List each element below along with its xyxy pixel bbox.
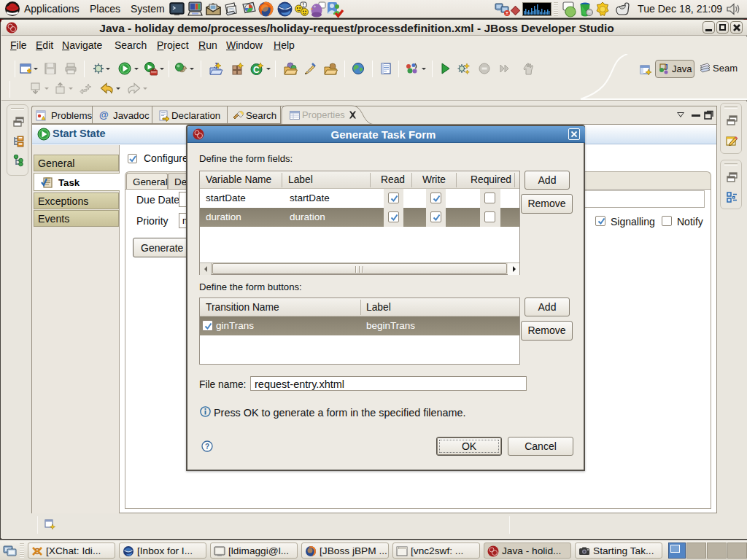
svg-text:?: ?	[205, 443, 209, 451]
svg-text:!: !	[303, 2, 304, 7]
svg-text:J: J	[664, 63, 668, 71]
